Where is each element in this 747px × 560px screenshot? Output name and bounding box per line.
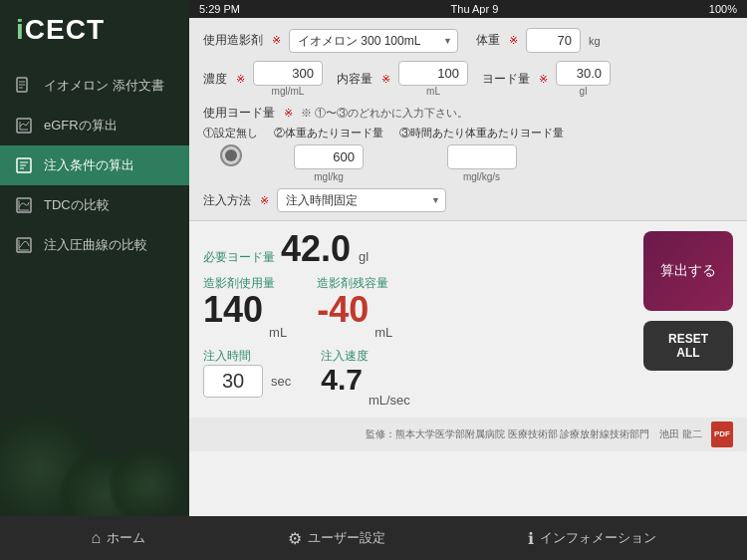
contrast-usage-group: 造影剤使用量 140 mL xyxy=(203,275,287,340)
sidebar-label-pressure: 注入圧曲線の比較 xyxy=(44,236,147,254)
radio-1-label: ①設定無し xyxy=(203,126,258,140)
footer-credit: 監修：熊本大学医学部附属病院 医療技術部 診療放射線技術部門 池田 龍二 PDF xyxy=(189,418,747,451)
radio-2-unit: mgl/kg xyxy=(314,171,343,182)
iodine-label: ヨード量 xyxy=(482,71,530,88)
sidebar-label-egfr: eGFRの算出 xyxy=(44,117,118,135)
contrast-remaining-group: 造影剤残容量 -40 mL xyxy=(317,275,392,340)
sidebar-label-document: イオメロン 添付文書 xyxy=(44,77,164,95)
required-iodine-value: 42.0 xyxy=(281,231,351,267)
logo: iCECT xyxy=(0,0,189,56)
sidebar-label-injection-calc: 注入条件の算出 xyxy=(44,156,134,174)
contrast-agent-label: 使用造影剤 xyxy=(203,32,263,49)
injection-time-label: 注入時間 xyxy=(203,348,291,365)
radio-1-circle[interactable] xyxy=(220,144,242,166)
radio-3-label: ③時間あたり体重あたりヨード量 xyxy=(399,126,564,140)
volume-input[interactable] xyxy=(398,61,468,86)
iodine-unit: gl xyxy=(580,86,588,97)
status-battery: 100% xyxy=(709,3,737,15)
home-label: ホーム xyxy=(107,529,145,547)
contrast-agent-select[interactable]: イオメロン 300 100mL xyxy=(289,29,458,53)
sidebar-item-injection-calc[interactable]: 注入条件の算出 xyxy=(0,145,189,185)
usage-iodine-note: ※ ①〜③のどれかに入力下さい。 xyxy=(301,106,468,121)
logo-cect: CECT xyxy=(25,14,105,45)
credit-text: 監修：熊本大学医学部附属病院 医療技術部 診療放射線技術部門 池田 龍二 xyxy=(366,428,702,439)
nav-settings[interactable]: ⚙ ユーザー設定 xyxy=(288,529,385,548)
calc-button[interactable]: 算出する xyxy=(643,231,733,311)
volume-unit: mL xyxy=(426,86,440,97)
status-bar: 5:29 PM Thu Apr 9 100% xyxy=(189,0,747,18)
radio-3-unit: mgl/kg/s xyxy=(463,171,500,182)
sidebar-item-pressure[interactable]: 注入圧曲線の比較 xyxy=(0,225,189,265)
pressure-icon xyxy=(14,235,34,255)
req-mark-conc: ※ xyxy=(236,73,245,86)
form-row-1: 使用造影剤 ※ イオメロン 300 100mL 体重 ※ kg xyxy=(203,28,733,53)
injection-method-select-wrapper[interactable]: 注入時間固定 xyxy=(277,188,446,212)
injection-method-select[interactable]: 注入時間固定 xyxy=(277,188,446,212)
volume-group: mL xyxy=(398,61,468,97)
usage-iodine-label: 使用ヨード量 xyxy=(203,105,275,122)
iodine-input[interactable] xyxy=(556,61,611,86)
status-time: 5:29 PM xyxy=(199,3,240,15)
required-iodine-label: 必要ヨード量 xyxy=(203,249,275,266)
radio-option-3[interactable]: ③時間あたり体重あたりヨード量 mgl/kg/s xyxy=(399,126,564,182)
iodine-group: gl xyxy=(556,61,611,97)
req-mark-vol: ※ xyxy=(381,73,390,86)
radio-3-input-group: mgl/kg/s xyxy=(447,144,517,182)
info-icon: ℹ xyxy=(528,529,534,548)
nav-home[interactable]: ⌂ ホーム xyxy=(91,529,145,547)
contrast-remaining-unit: mL xyxy=(374,325,392,340)
contrast-agent-select-wrapper[interactable]: イオメロン 300 100mL xyxy=(289,29,458,53)
injection-speed-group: 注入速度 4.7 mL/sec xyxy=(321,348,410,408)
pdf-icon: PDF xyxy=(711,421,733,447)
injection-method-label: 注入方法 xyxy=(203,192,251,209)
radio-row: ①設定無し ②体重あたりヨード量 mgl/kg ③時間あたり体重あたりヨード量 … xyxy=(203,126,733,182)
injection-time-input[interactable] xyxy=(203,365,263,398)
home-icon: ⌂ xyxy=(91,529,101,547)
document-icon xyxy=(14,76,34,96)
bottom-nav: ⌂ ホーム ⚙ ユーザー設定 ℹ インフォメーション xyxy=(0,516,747,560)
req-mark-weight: ※ xyxy=(509,34,518,47)
injection-speed-unit: mL/sec xyxy=(369,393,410,408)
sidebar-item-tdc[interactable]: TDCの比較 xyxy=(0,185,189,225)
nav-items: イオメロン 添付文書 eGFRの算出 注入条件の算出 TDCの比較 注入圧曲線の… xyxy=(0,56,189,275)
sidebar-item-egfr[interactable]: eGFRの算出 xyxy=(0,106,189,145)
radio-option-1[interactable]: ①設定無し xyxy=(203,126,258,166)
radio-2-input[interactable] xyxy=(294,144,364,169)
req-mark-iodine: ※ xyxy=(539,73,548,86)
req-mark-method: ※ xyxy=(260,194,269,207)
sidebar-label-tdc: TDCの比較 xyxy=(44,196,110,214)
req-mark-1: ※ xyxy=(272,34,281,47)
contrast-usage-value: 140 xyxy=(203,292,263,328)
req-mark-usage: ※ xyxy=(284,107,293,120)
main-content: 5:29 PM Thu Apr 9 100% 使用造影剤 ※ イオメロン 300… xyxy=(189,0,747,560)
sidebar-item-document[interactable]: イオメロン 添付文書 xyxy=(0,66,189,106)
concentration-label: 濃度 xyxy=(203,71,227,88)
svg-rect-4 xyxy=(17,119,31,133)
injection-time-group: 注入時間 sec xyxy=(203,348,291,398)
injection-speed-unit-placeholder xyxy=(369,378,410,393)
injection-speed-value: 4.7 xyxy=(321,365,363,395)
injection-method-row: 注入方法 ※ 注入時間固定 xyxy=(203,188,733,212)
settings-icon: ⚙ xyxy=(288,529,302,548)
concentration-unit: mgl/mL xyxy=(272,86,305,97)
weight-label: 体重 xyxy=(476,32,500,49)
contrast-usage-unit: mL xyxy=(269,325,287,340)
concentration-input[interactable] xyxy=(253,61,323,86)
sidebar: iCECT イオメロン 添付文書 eGFRの算出 注入条件の算出 TDCの比較 xyxy=(0,0,189,560)
reset-button[interactable]: RESETALL xyxy=(643,321,733,371)
form-row-2: 濃度 ※ mgl/mL 内容量 ※ mL ヨード量 ※ gl xyxy=(203,61,733,97)
radio-2-label: ②体重あたりヨード量 xyxy=(274,126,383,140)
radio-3-input[interactable] xyxy=(447,144,517,169)
reset-button-label: RESETALL xyxy=(668,332,708,360)
contrast-remaining-value: -40 xyxy=(317,292,369,328)
results-area: 算出する RESETALL 必要ヨード量 42.0 gl 造影剤使用量 140 … xyxy=(189,221,747,418)
form-area: 使用造影剤 ※ イオメロン 300 100mL 体重 ※ kg 濃度 ※ mgl… xyxy=(189,18,747,220)
volume-label: 内容量 xyxy=(337,71,373,88)
nav-info[interactable]: ℹ インフォメーション xyxy=(528,529,656,548)
concentration-group: mgl/mL xyxy=(253,61,323,97)
weight-unit: kg xyxy=(589,35,601,47)
tdc-icon xyxy=(14,195,34,215)
weight-input[interactable] xyxy=(526,28,581,53)
radio-option-2[interactable]: ②体重あたりヨード量 mgl/kg xyxy=(274,126,383,182)
settings-label: ユーザー設定 xyxy=(308,529,385,547)
